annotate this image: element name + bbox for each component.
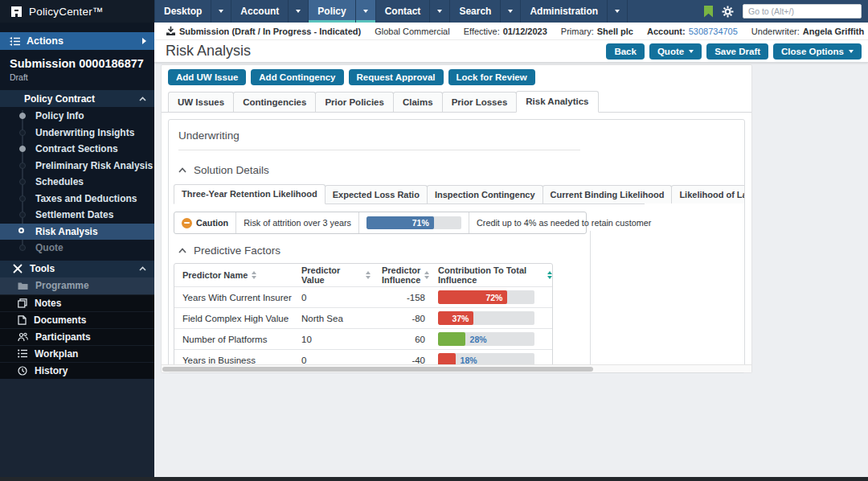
menu-desktop[interactable]: Desktop [154,0,231,23]
predictive-factors-header: Predictive Factors [178,245,735,257]
likelihood-cell: 71% [359,212,469,233]
tab-uw-issues[interactable]: UW Issues [168,92,234,112]
sidebar-item-underwriting-insights[interactable]: Underwriting Insights [0,125,154,142]
folder-icon [18,282,28,290]
chevron-down-icon[interactable] [288,0,308,23]
actions-label: Actions [27,35,136,47]
tab-expected-loss-ratio[interactable]: Expected Loss Ratio [325,185,428,204]
sidebar-item-notes[interactable]: Notes [0,294,154,311]
request-approval-button[interactable]: Request Approval [349,69,444,85]
top-bar: PolicyCenter™ Desktop Account Policy Con… [0,0,868,23]
column-predictor-influence[interactable]: Predictor Influence [371,265,428,285]
scrollbar-thumb[interactable] [162,367,593,372]
participants-icon [18,332,28,342]
submission-status: Draft [10,72,145,82]
add-contingency-button[interactable]: Add Contingency [251,69,343,85]
menu-search[interactable]: Search [450,0,521,23]
close-options-button[interactable]: Close Options [773,43,862,60]
collapse-chevron-icon[interactable] [178,248,186,253]
table-row: Field Complex High Value North Sea -80 3… [174,307,552,328]
tab-contingencies[interactable]: Contingencies [233,92,316,112]
sidebar-item-taxes-and-deductions[interactable]: Taxes and Deductions [0,191,154,208]
chevron-up-icon[interactable] [139,97,146,101]
tab-inspection-contingency[interactable]: Inspection Contingency [427,185,543,204]
menu-contact[interactable]: Contact [376,0,451,23]
step-dot [19,245,26,251]
sidebar-item-history[interactable]: History [0,362,154,379]
horizontal-scrollbar [162,364,751,372]
chevron-down-icon[interactable] [607,0,627,23]
sidebar-item-documents[interactable]: Documents [0,311,154,328]
add-uw-issue-button[interactable]: Add UW Issue [168,69,246,85]
step-dot [19,146,26,152]
back-button[interactable]: Back [606,43,645,60]
sidebar-item-workplan[interactable]: Workplan [0,345,154,362]
tools-header[interactable]: Tools [0,261,154,278]
actions-list-icon [10,37,20,46]
save-draft-button[interactable]: Save Draft [706,43,768,60]
menu-administration[interactable]: Administration [521,0,628,23]
chevron-down-icon[interactable] [500,0,520,23]
sidebar-item-risk-analysis[interactable]: Risk Analysis [0,224,154,240]
tab-three-year-retention[interactable]: Three-Year Retention Likelihood [174,184,326,204]
app-name: PolicyCenter™ [29,6,104,18]
sidebar-item-policy-info[interactable]: Policy Info [0,108,154,125]
menu-account[interactable]: Account [231,0,309,23]
goto-input[interactable] [743,4,862,18]
page-title: Risk Analysis [166,43,601,60]
chevron-down-icon[interactable] [211,0,231,23]
sidebar-item-preliminary-risk-analysis[interactable]: Preliminary Risk Analysis [0,158,154,175]
quote-button[interactable]: Quote [649,43,702,60]
risk-analysis-panel: Add UW Issue Add Contingency Request App… [161,64,752,373]
bookmark-icon[interactable] [704,6,713,18]
step-dot [19,130,26,136]
sidebar-item-quote[interactable]: Quote [0,240,154,257]
menu-policy[interactable]: Policy [309,0,375,23]
tab-prior-losses[interactable]: Prior Losses [442,92,518,112]
sidebar-item-contract-sections[interactable]: Contract Sections [0,141,154,158]
guidewire-logo-icon [10,6,23,18]
window-bottom-edge [0,477,868,481]
tab-prior-policies[interactable]: Prior Policies [315,92,394,112]
effective-date: 01/12/2023 [503,27,547,36]
primary-label: Primary: [561,27,594,36]
column-contribution[interactable]: Contribution To Total Influence [428,265,552,285]
chevron-down-icon[interactable] [355,0,375,23]
policy-contract-items: Policy Info Underwriting Insights Contra… [0,107,154,257]
caution-icon [182,218,192,228]
uw-action-buttons: Add UW Issue Add Contingency Request App… [162,65,751,85]
tab-claims[interactable]: Claims [393,92,443,112]
sidebar-item-settlement-dates[interactable]: Settlement Dates [0,207,154,224]
lock-for-review-button[interactable]: Lock for Review [448,69,535,85]
column-predictor-name[interactable]: Predictor Name [174,270,301,280]
contribution-bar: 28% [438,332,534,346]
account-number-link[interactable]: 5308734705 [689,27,738,36]
tab-current-binding-likelihood[interactable]: Current Binding Likelihood [542,185,673,204]
table-row: Years With Current Insurer 0 -158 72% [174,286,552,307]
severity-cell: Caution [174,212,236,233]
underwriting-section-title: Underwriting [178,130,580,150]
chevron-up-icon[interactable] [139,266,146,271]
sidebar-item-schedules[interactable]: Schedules [0,174,154,191]
top-menu: Desktop Account Policy Contact Search Ad… [154,0,628,23]
underwriter-label: Underwriter: [751,27,800,36]
sidebar-item-participants[interactable]: Participants [0,328,154,345]
underwriter-name: Angela Griffith [803,27,864,36]
documents-icon [18,315,27,325]
solution-tabs: Three-Year Retention Likelihood Expected… [174,184,645,204]
predictive-factors-table: Predictor Name Predictor Value Predictor… [174,263,553,373]
severity-label: Caution [196,218,228,228]
collapse-chevron-icon[interactable] [178,167,186,173]
step-dot [19,195,26,202]
risk-description-cell: Risk of attrition over 3 years [236,212,359,233]
column-predictor-value[interactable]: Predictor Value [301,265,371,285]
sort-icon-active [547,271,552,279]
chevron-down-icon[interactable] [429,0,449,23]
policy-contract-header[interactable]: Policy Contract [0,90,154,107]
tab-risk-analytics[interactable]: Risk Analytics [516,91,598,113]
actions-menu[interactable]: Actions [0,32,154,50]
sort-icon [252,271,256,279]
tab-likelihood-of-large-loss[interactable]: Likelihood of Large Loss [671,185,745,204]
gear-icon[interactable] [722,6,734,18]
sidebar-item-programme[interactable]: Programme [0,278,154,294]
